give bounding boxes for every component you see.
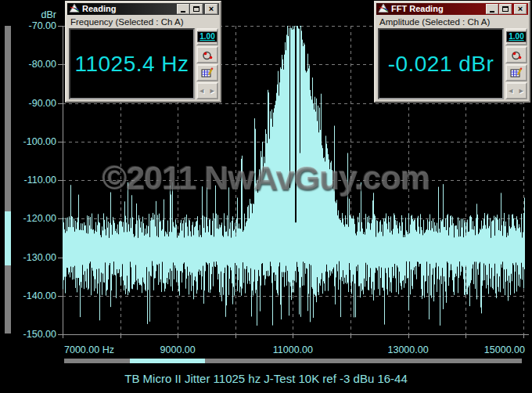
field-label: Amplitude (Selected : Ch A) — [376, 16, 529, 28]
y-axis-tick-label: -130.00 — [8, 251, 56, 264]
y-axis-tick-label: -70.00 — [8, 20, 56, 32]
prev-next-arrows-button: ◄ ► — [505, 82, 527, 99]
minimize-button[interactable] — [177, 4, 189, 14]
scale-button[interactable]: 1.00 — [505, 28, 527, 45]
prism-triangle-icon — [69, 2, 80, 16]
x-axis-tick-label: 15000.00 — [431, 344, 525, 356]
horizontal-scrollbar-thumb[interactable] — [130, 359, 205, 363]
close-button[interactable]: × — [514, 4, 527, 14]
table-pencil-icon — [510, 67, 523, 79]
y-axis-tick-label: -120.00 — [8, 212, 56, 225]
balloon-icon — [201, 49, 214, 61]
plot-caption: TB Micro II Jitter 11025 hz J-Test 10K r… — [0, 372, 532, 385]
y-axis-tick-label: -140.00 — [8, 290, 56, 302]
fft-reading-window-titlebar[interactable]: FFT Reading × — [376, 3, 528, 15]
fft-reading-window: FFT Reading × Amplitude (Selected : Ch A… — [374, 1, 530, 103]
marker-balloon-button[interactable] — [196, 46, 218, 63]
maximize-button[interactable] — [499, 4, 512, 14]
y-axis-tick-label: -150.00 — [8, 328, 56, 341]
scale-button[interactable]: 1.00 — [196, 28, 218, 45]
y-axis-tick-label: -100.00 — [8, 135, 56, 148]
prism-triangle-icon — [378, 2, 389, 16]
y-axis-tick-label: -80.00 — [8, 58, 56, 70]
amplitude-readout: -0.021 dBr — [378, 28, 504, 99]
edit-table-button[interactable] — [505, 64, 527, 81]
marker-balloon-button[interactable] — [505, 46, 527, 63]
y-axis-tick-label: -90.00 — [8, 97, 56, 110]
x-axis-tick-label: 9000.00 — [131, 344, 225, 356]
spectraplus-screen: dBr -70.00-80.00-90.00-100.00-110.00-120… — [0, 0, 532, 393]
frequency-value: 11025.4 Hz — [74, 52, 189, 77]
window-title: Reading — [82, 4, 174, 14]
field-label: Frequency (Selected : Ch A) — [66, 16, 220, 28]
reading-window-titlebar[interactable]: Reading × — [67, 3, 219, 15]
minimize-button[interactable] — [486, 4, 498, 14]
table-pencil-icon — [201, 67, 214, 79]
horizontal-scrollbar[interactable] — [64, 359, 522, 363]
y-axis-tick-label: -110.00 — [8, 174, 56, 186]
reading-window: Reading × Frequency (Selected : Ch A) 11… — [65, 1, 221, 103]
edit-table-button[interactable] — [196, 64, 218, 81]
maximize-button[interactable] — [190, 4, 203, 14]
balloon-icon — [510, 49, 523, 61]
prev-next-arrows-button: ◄ ► — [196, 82, 218, 99]
frequency-readout: 11025.4 Hz — [69, 28, 195, 99]
window-title: FFT Reading — [391, 4, 483, 14]
close-button[interactable]: × — [205, 4, 217, 14]
x-axis-tick-label: 11000.00 — [246, 344, 340, 356]
amplitude-value: -0.021 dBr — [388, 52, 494, 77]
